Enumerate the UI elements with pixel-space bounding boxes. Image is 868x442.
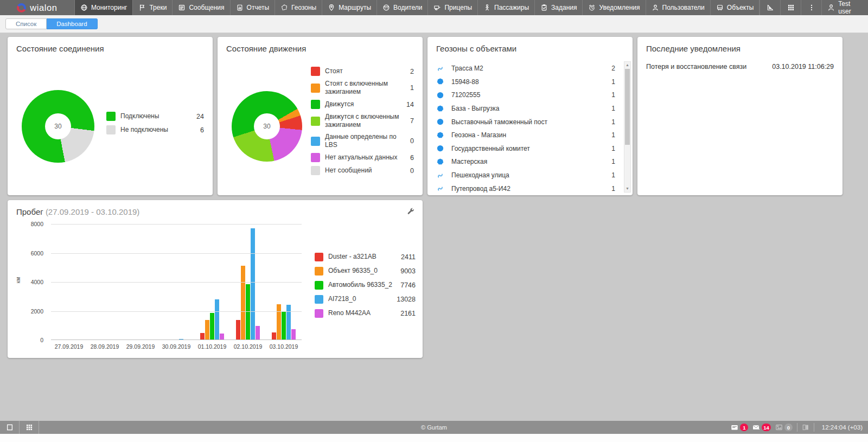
legend-label: Нет сообщений: [325, 166, 372, 175]
legend-item: Стоят с включенным зажиганием1: [311, 80, 414, 96]
scroll-up-icon[interactable]: ▲: [624, 62, 630, 68]
indicator-media[interactable]: 0: [775, 424, 793, 431]
registry-icon[interactable]: [802, 424, 809, 431]
bar: [282, 311, 286, 340]
legend-value: 7: [410, 117, 414, 125]
user-menu[interactable]: Test user: [821, 0, 868, 15]
geo-line-icon: [436, 171, 445, 180]
navbar-button-menu[interactable]: [801, 0, 821, 15]
wrench-icon[interactable]: [406, 207, 415, 215]
wialon-logo[interactable]: wialon: [0, 0, 74, 15]
jobs-icon: [540, 4, 548, 11]
user-name: Test user: [838, 0, 861, 15]
legend-swatch: [106, 125, 116, 134]
clock: 12:24:04 (+03): [819, 424, 863, 431]
geofence-row: Пешеходная улица1: [436, 169, 615, 182]
wialon-logo-icon: [17, 3, 26, 12]
notification-row: Потеря и восстановление связи03.10.2019 …: [646, 61, 834, 73]
indicator-mail[interactable]: 14: [752, 424, 771, 431]
nav-item-label: Геозоны: [291, 4, 316, 11]
geofence-name: 71202555: [451, 91, 480, 99]
nav-item-trailers[interactable]: Прицепы: [427, 0, 477, 15]
geo-line-icon: [436, 184, 445, 193]
scroll-down-icon[interactable]: ▼: [624, 185, 630, 192]
nav-item-tracks[interactable]: Треки: [132, 0, 172, 15]
gridline: [51, 224, 302, 225]
y-tick-label: 0: [40, 337, 43, 343]
nav-item-jobs[interactable]: Задания: [534, 0, 582, 15]
legend-label: Не подключены: [120, 126, 168, 134]
x-tick-label: 29.09.2019: [123, 343, 158, 350]
routes-icon: [328, 4, 335, 11]
x-tick-label: 03.10.2019: [266, 343, 302, 350]
nav-item-drivers[interactable]: Водители: [376, 0, 427, 15]
x-tick-label: 01.10.2019: [194, 343, 230, 350]
nav-item-label: Отчеты: [247, 4, 269, 11]
nav-item-passengers[interactable]: Пассажиры: [477, 0, 534, 15]
geofence-unit-count: 1: [611, 118, 615, 126]
legend-value: 1: [410, 84, 414, 92]
unit-mileage-total: 13028: [397, 296, 416, 303]
unit-name: Duster - a321AB: [328, 253, 376, 261]
console-icon: [731, 424, 738, 431]
reports-icon: [236, 4, 244, 11]
legend-swatch: [315, 267, 323, 276]
nav-item-label: Пассажиры: [494, 4, 529, 11]
trailers-icon: [433, 4, 441, 11]
geofence-row: Выставочный таможенный пост1: [436, 115, 615, 129]
unit-name: Reno M442AA: [328, 309, 371, 317]
unit-name: Автомобиль 96335_2: [328, 281, 392, 289]
geofence-scrollbar[interactable]: ▲ ▼: [624, 61, 631, 193]
units-icon: [716, 4, 724, 11]
scrollbar-thumb[interactable]: [625, 69, 630, 145]
nav-item-routes[interactable]: Маршруты: [322, 0, 376, 15]
nav-item-monitoring[interactable]: Мониторинг: [74, 0, 133, 15]
legend-item: Объект 96335_09003: [315, 266, 416, 276]
footer-separator: [814, 423, 814, 432]
panel-icon: [6, 424, 14, 431]
legend-value: 0: [410, 137, 414, 145]
legend-label: Стоят с включенным зажиганием: [325, 80, 407, 96]
legend-item: Нет сообщений0: [311, 166, 414, 175]
tab-dashboard[interactable]: Dashboard: [47, 18, 97, 29]
toggle-panel-button[interactable]: [0, 421, 20, 434]
y-tick-label: 8000: [31, 221, 43, 227]
legend-item: Не подключены6: [106, 125, 204, 134]
nav-item-geofences[interactable]: Геозоны: [275, 0, 322, 15]
geo-circle-icon: [436, 144, 445, 152]
navbar-button-apps[interactable]: [780, 0, 801, 15]
navbar-button-tools[interactable]: [760, 0, 780, 15]
bar: [241, 266, 245, 340]
indicator-console[interactable]: 1: [731, 424, 748, 431]
legend-label: Стоят: [325, 67, 343, 75]
account-icon: [827, 4, 835, 11]
geofence-name: Пешеходная улица: [451, 171, 509, 179]
legend-swatch: [315, 281, 323, 290]
card-title: Геозоны с объектами: [436, 44, 516, 53]
legend-item: Движутся14: [311, 100, 414, 109]
nav-item-notifications[interactable]: Уведомления: [582, 0, 645, 15]
tab-list[interactable]: Список: [5, 18, 47, 29]
legend-item: AI7218_013028: [315, 294, 416, 304]
nav-item-reports[interactable]: Отчеты: [230, 0, 275, 15]
nav-item-label: Сообщения: [189, 4, 224, 11]
donut-center-value: 30: [45, 113, 71, 139]
legend-swatch: [311, 84, 320, 93]
geofence-unit-count: 2: [611, 65, 615, 72]
media-icon: [775, 424, 783, 431]
legend-item: Duster - a321AB2411: [315, 252, 416, 261]
card-title: Состояние движения: [226, 44, 306, 53]
geofences-card: Геозоны с объектами Трасса М2215948-8817…: [427, 37, 633, 195]
legend-swatch: [315, 309, 323, 318]
nav-item-messages[interactable]: Сообщения: [172, 0, 229, 15]
geofence-row: База - Выгрузка1: [436, 102, 615, 116]
top-navbar: wialon МониторингТрекиСообщенияОтчетыГео…: [0, 0, 868, 15]
bottom-apps-button[interactable]: [20, 421, 39, 434]
geofence-unit-count: 1: [611, 105, 615, 112]
nav-item-users[interactable]: Пользователи: [646, 0, 710, 15]
nav-item-units[interactable]: Объекты: [710, 0, 760, 15]
nav-item-label: Пользователи: [662, 4, 705, 11]
geofence-unit-count: 1: [611, 185, 615, 193]
mileage-card: Пробег (27.09.2019 - 03.10.2019) км 0200…: [8, 200, 423, 358]
legend-value: 0: [410, 167, 414, 175]
